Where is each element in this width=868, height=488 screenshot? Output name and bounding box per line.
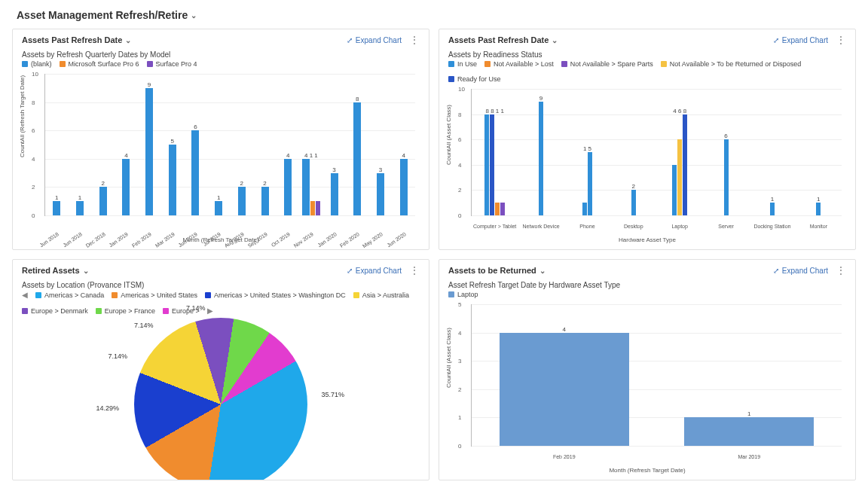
bar[interactable] (500, 203, 505, 215)
bar[interactable] (99, 187, 107, 215)
bar[interactable] (76, 201, 84, 215)
bar[interactable] (400, 159, 408, 215)
bar[interactable] (261, 187, 269, 215)
bar[interactable] (631, 190, 636, 215)
bar-column[interactable]: 1Jul 2019 (207, 74, 231, 215)
bar-column[interactable]: 4Feb 2019 (472, 304, 657, 446)
bar[interactable] (377, 173, 384, 215)
bar[interactable] (145, 88, 153, 215)
expand-chart-button[interactable]: ⤢ Expand Chart (347, 267, 402, 275)
x-axis-label: Month (Refresh Target Date) (609, 467, 685, 474)
bar-column[interactable]: 4Jun 2020 (392, 74, 415, 215)
bar-column[interactable]: 1Docking Station (749, 89, 795, 215)
more-menu-icon[interactable]: ⋮ (836, 36, 846, 44)
bar[interactable] (500, 333, 629, 446)
chevron-down-icon[interactable]: ⌄ (191, 11, 197, 20)
legend-item[interactable]: In Use (448, 60, 477, 68)
legend-item[interactable]: Asia > Australia (353, 291, 409, 299)
bar-column[interactable]: 6Jun 2019 (184, 74, 207, 215)
bar[interactable] (677, 139, 682, 215)
legend-item[interactable]: (blank) (22, 60, 52, 68)
more-menu-icon[interactable]: ⋮ (409, 36, 420, 44)
bar[interactable] (770, 203, 775, 215)
legend-item[interactable]: Microsoft Surface Pro 6 (60, 60, 139, 68)
legend-label: Laptop (457, 291, 478, 298)
value-label: 1 (55, 194, 58, 201)
bar-column[interactable]: 2Dec 2018 (91, 74, 115, 215)
bar-column[interactable]: 9Network Device (518, 89, 564, 215)
bar-column[interactable]: 3May 2020 (369, 74, 393, 215)
legend-item[interactable]: Ready for Use (448, 75, 501, 83)
bar[interactable] (122, 159, 130, 215)
bar[interactable] (310, 201, 315, 215)
legend-item[interactable]: Laptop (448, 291, 478, 298)
bar-column[interactable]: 1 5Phone (564, 89, 610, 215)
bar[interactable] (169, 145, 176, 215)
bar[interactable] (539, 102, 543, 215)
legend-item[interactable]: Not Available > To be Returned or Dispos… (661, 60, 802, 68)
bar-column[interactable]: 4 6 8Laptop (657, 89, 703, 215)
bar[interactable] (684, 417, 814, 446)
bar[interactable] (215, 201, 222, 215)
bar[interactable] (588, 152, 592, 215)
bar-column[interactable]: 8Feb 2020 (346, 74, 369, 215)
legend-item[interactable]: Europe > France (96, 307, 155, 315)
bar-column[interactable]: 4Oct 2019 (277, 74, 300, 215)
bar-column[interactable]: 6Server (703, 89, 749, 215)
chevron-down-icon[interactable]: ⌄ (83, 267, 89, 275)
bar-column[interactable]: 2Sep 2019 (253, 74, 277, 215)
legend-item[interactable]: Not Available > Spare Parts (561, 60, 653, 68)
chevron-down-icon[interactable]: ⌄ (539, 267, 546, 275)
y-axis-label: CountAll (Asset Class) (445, 104, 452, 164)
legend-item[interactable]: Americas > United States > Washington DC (205, 291, 346, 299)
bar-column[interactable]: 1Jun 2018 (45, 74, 69, 215)
bar-column[interactable]: 8 8 1 1Computer > Tablet (472, 89, 518, 215)
bar[interactable] (490, 114, 494, 215)
x-axis-label: Hardware Asset Type (619, 236, 676, 243)
bar-column[interactable]: 2Desktop (610, 89, 656, 215)
bar[interactable] (53, 201, 60, 215)
legend-item[interactable]: Not Available > Lost (484, 60, 554, 68)
value-label: 4 (124, 152, 127, 159)
bar-column[interactable]: 9Feb 2019 (138, 74, 161, 215)
value-label: 9 (148, 81, 151, 88)
chevron-down-icon[interactable]: ⌄ (125, 36, 131, 44)
legend-item[interactable]: Europe > Denmark (22, 307, 88, 315)
bar[interactable] (302, 159, 310, 215)
chevron-down-icon[interactable]: ⌄ (552, 36, 558, 44)
bar-column[interactable]: 5Mar 2019 (160, 74, 184, 215)
expand-chart-button[interactable]: ⤢ Expand Chart (773, 36, 828, 44)
legend-item[interactable]: Surface Pro 4 (147, 60, 197, 68)
expand-chart-button[interactable]: ⤢ Expand Chart (773, 267, 828, 275)
bar-column[interactable]: 1Monitor (796, 89, 842, 215)
bar[interactable] (484, 114, 489, 215)
legend-scroll-left-icon[interactable]: ◀ (22, 291, 28, 299)
bar[interactable] (816, 203, 821, 215)
bar-column[interactable]: 1Jun 2018 (69, 74, 92, 215)
legend-item[interactable]: Americas > United States (112, 291, 197, 299)
chart-legend: ◀ Americas > CanadaAmericas > United Sta… (22, 291, 420, 315)
bar[interactable] (284, 159, 292, 215)
bar-column[interactable]: 2Aug 2019 (231, 74, 254, 215)
bar[interactable] (191, 130, 199, 215)
legend-item[interactable]: Americas > Canada (35, 291, 104, 299)
card-assets-past-refresh-model: Assets Past Refresh Date ⌄ ⤢ Expand Char… (12, 29, 429, 250)
bar[interactable] (683, 114, 687, 215)
bar[interactable] (495, 203, 500, 215)
more-menu-icon[interactable]: ⋮ (409, 267, 420, 274)
more-menu-icon[interactable]: ⋮ (836, 267, 846, 274)
bar[interactable] (331, 173, 338, 215)
bar[interactable] (582, 203, 587, 215)
expand-chart-button[interactable]: ⤢ Expand Chart (347, 36, 402, 44)
bar[interactable] (353, 102, 361, 215)
bar-column[interactable]: 4 1 1Nov 2019 (300, 74, 323, 215)
bar-column[interactable]: 1Mar 2019 (657, 304, 842, 446)
bar-column[interactable]: 3Jan 2020 (322, 74, 346, 215)
legend-scroll-right-icon[interactable]: ▶ (207, 307, 213, 315)
bar[interactable] (316, 201, 320, 215)
bar[interactable] (724, 139, 729, 215)
legend-label: Ready for Use (457, 75, 501, 83)
bar-column[interactable]: 4Jan 2019 (115, 74, 138, 215)
bar[interactable] (238, 187, 246, 215)
bar[interactable] (672, 165, 677, 215)
